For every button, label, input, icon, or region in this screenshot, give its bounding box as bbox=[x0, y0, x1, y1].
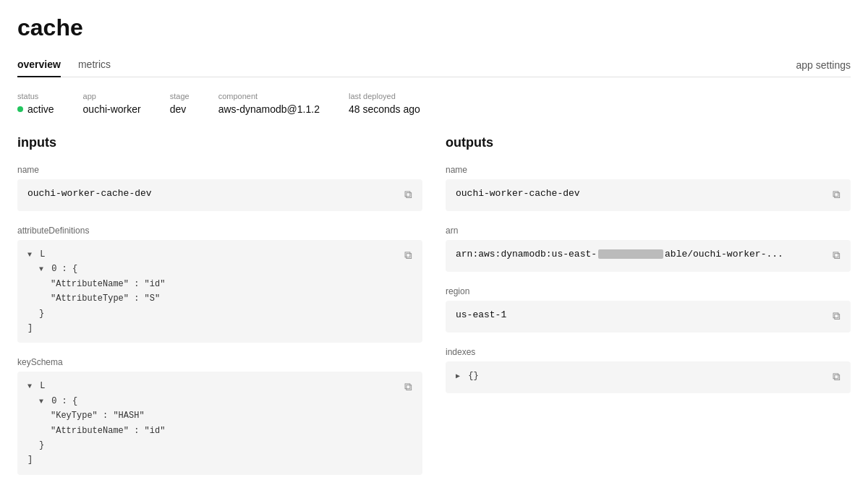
app-value: ouchi-worker bbox=[83, 103, 141, 115]
meta-component: component aws-dynamodb@1.1.2 bbox=[218, 92, 320, 115]
attribute-definitions-group: attributeDefinitions L 0 : { "AttributeN… bbox=[17, 226, 422, 343]
output-name-group: name ouchi-worker-cache-dev ⧉ bbox=[446, 165, 851, 211]
page-container: cache overview metrics app settings stat… bbox=[0, 0, 868, 480]
meta-app: app ouchi-worker bbox=[83, 92, 141, 115]
app-label: app bbox=[83, 92, 141, 100]
copy-input-name-icon[interactable]: ⧉ bbox=[404, 188, 412, 201]
inputs-title: inputs bbox=[17, 135, 422, 150]
expand-icon-0[interactable] bbox=[39, 263, 46, 275]
tab-metrics[interactable]: metrics bbox=[78, 53, 111, 77]
attribute-definitions-box: L 0 : { "AttributeName" : "id" "Attribut… bbox=[17, 240, 422, 343]
indexes-group: indexes {} ⧉ bbox=[446, 347, 851, 393]
expand-key-icon[interactable] bbox=[27, 380, 35, 393]
arn-value: arn:aws:dynamodb:us-east-able/ouchi-work… bbox=[456, 247, 827, 262]
copy-output-name-icon[interactable]: ⧉ bbox=[833, 188, 841, 201]
input-name-box: ouchi-worker-cache-dev ⧉ bbox=[17, 179, 422, 211]
tabs-left: overview metrics bbox=[17, 53, 111, 77]
key-schema-box: L 0 : { "KeyType" : "HASH" "AttributeNam… bbox=[17, 372, 422, 474]
last-deployed-label: last deployed bbox=[349, 92, 420, 100]
status-dot bbox=[17, 106, 23, 112]
status-value: active bbox=[17, 103, 54, 115]
component-value: aws-dynamodb@1.1.2 bbox=[218, 103, 320, 115]
region-box: us-east-1 ⧉ bbox=[446, 301, 851, 333]
copy-key-schema-icon[interactable]: ⧉ bbox=[404, 380, 412, 393]
input-name-label: name bbox=[17, 165, 422, 175]
key-schema-group: keySchema L 0 : { "KeyType" : "HASH" "At… bbox=[17, 357, 422, 474]
copy-attribute-definitions-icon[interactable]: ⧉ bbox=[404, 249, 412, 262]
component-label: component bbox=[218, 92, 320, 100]
meta-last-deployed: last deployed 48 seconds ago bbox=[349, 92, 420, 115]
indexes-box: {} ⧉ bbox=[446, 361, 851, 393]
app-settings-link[interactable]: app settings bbox=[796, 59, 851, 71]
output-name-value: ouchi-worker-cache-dev bbox=[456, 187, 827, 201]
input-name-group: name ouchi-worker-cache-dev ⧉ bbox=[17, 165, 422, 211]
tabs-bar: overview metrics app settings bbox=[17, 53, 851, 77]
outputs-title: outputs bbox=[446, 135, 851, 150]
copy-region-icon[interactable]: ⧉ bbox=[833, 309, 841, 322]
content-grid: inputs name ouchi-worker-cache-dev ⧉ att… bbox=[17, 135, 851, 480]
meta-row: status active app ouchi-worker stage dev… bbox=[17, 92, 851, 115]
copy-indexes-icon[interactable]: ⧉ bbox=[833, 370, 841, 383]
input-name-value: ouchi-worker-cache-dev bbox=[27, 187, 399, 201]
meta-status: status active bbox=[17, 92, 54, 115]
region-value: us-east-1 bbox=[456, 308, 827, 322]
stage-value: dev bbox=[170, 103, 190, 115]
indexes-label: indexes bbox=[446, 347, 851, 357]
attribute-definitions-tree: L 0 : { "AttributeName" : "id" "Attribut… bbox=[27, 247, 165, 335]
meta-stage: stage dev bbox=[170, 92, 190, 115]
output-name-box: ouchi-worker-cache-dev ⧉ bbox=[446, 179, 851, 211]
output-name-label: name bbox=[446, 165, 851, 175]
region-group: region us-east-1 ⧉ bbox=[446, 286, 851, 333]
region-label: region bbox=[446, 286, 851, 296]
stage-label: stage bbox=[170, 92, 190, 100]
expand-key-0-icon[interactable] bbox=[39, 395, 46, 408]
expand-indexes-icon[interactable] bbox=[456, 370, 463, 382]
indexes-tree: {} bbox=[456, 369, 479, 383]
expand-icon[interactable] bbox=[27, 249, 35, 261]
arn-blurred bbox=[598, 249, 663, 259]
outputs-section: outputs name ouchi-worker-cache-dev ⧉ ar… bbox=[446, 135, 851, 480]
page-title: cache bbox=[17, 14, 851, 41]
arn-box: arn:aws:dynamodb:us-east-able/ouchi-work… bbox=[446, 240, 851, 272]
key-schema-tree: L 0 : { "KeyType" : "HASH" "AttributeNam… bbox=[27, 379, 165, 467]
inputs-section: inputs name ouchi-worker-cache-dev ⧉ att… bbox=[17, 135, 422, 480]
last-deployed-value: 48 seconds ago bbox=[349, 103, 420, 115]
arn-label: arn bbox=[446, 226, 851, 236]
arn-group: arn arn:aws:dynamodb:us-east-able/ouchi-… bbox=[446, 226, 851, 272]
status-label: status bbox=[17, 92, 54, 100]
copy-arn-icon[interactable]: ⧉ bbox=[833, 249, 841, 262]
tab-overview[interactable]: overview bbox=[17, 53, 61, 77]
attribute-definitions-label: attributeDefinitions bbox=[17, 226, 422, 236]
key-schema-label: keySchema bbox=[17, 357, 422, 367]
